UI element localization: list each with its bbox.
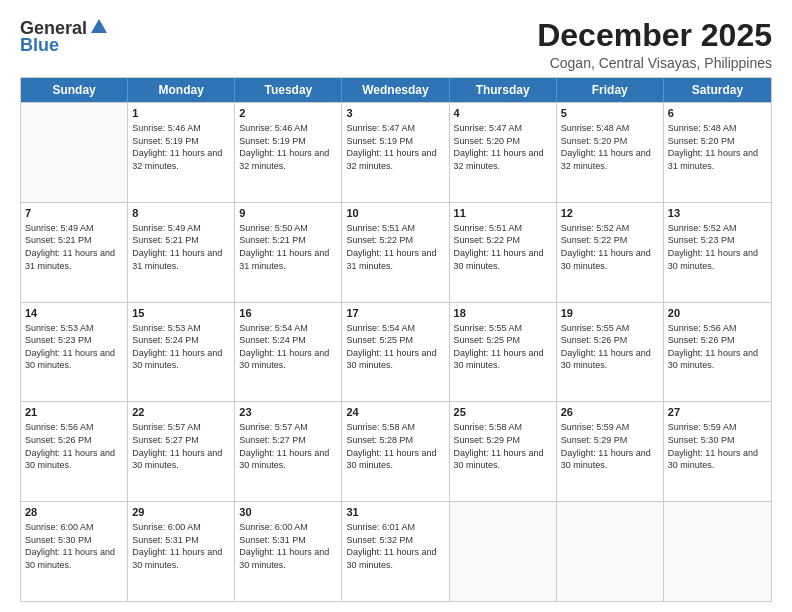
calendar-cell [21,103,128,202]
page: General Blue December 2025 Cogan, Centra… [0,0,792,612]
calendar-row: 1Sunrise: 5:46 AMSunset: 5:19 PMDaylight… [21,102,771,202]
day-number: 12 [561,206,659,221]
calendar-row: 7Sunrise: 5:49 AMSunset: 5:21 PMDaylight… [21,202,771,302]
calendar-cell: 10Sunrise: 5:51 AMSunset: 5:22 PMDayligh… [342,203,449,302]
day-number: 24 [346,405,444,420]
cell-info: Sunrise: 5:52 AMSunset: 5:22 PMDaylight:… [561,222,659,272]
calendar-cell: 4Sunrise: 5:47 AMSunset: 5:20 PMDaylight… [450,103,557,202]
calendar-cell: 2Sunrise: 5:46 AMSunset: 5:19 PMDaylight… [235,103,342,202]
weekday-header: Sunday [21,78,128,102]
cell-info: Sunrise: 5:46 AMSunset: 5:19 PMDaylight:… [239,122,337,172]
day-number: 19 [561,306,659,321]
calendar-cell: 19Sunrise: 5:55 AMSunset: 5:26 PMDayligh… [557,303,664,402]
day-number: 30 [239,505,337,520]
day-number: 4 [454,106,552,121]
calendar-cell: 1Sunrise: 5:46 AMSunset: 5:19 PMDaylight… [128,103,235,202]
svg-marker-0 [91,19,107,33]
calendar-cell: 3Sunrise: 5:47 AMSunset: 5:19 PMDaylight… [342,103,449,202]
day-number: 1 [132,106,230,121]
weekday-header: Wednesday [342,78,449,102]
day-number: 7 [25,206,123,221]
calendar-cell: 27Sunrise: 5:59 AMSunset: 5:30 PMDayligh… [664,402,771,501]
cell-info: Sunrise: 5:46 AMSunset: 5:19 PMDaylight:… [132,122,230,172]
cell-info: Sunrise: 5:50 AMSunset: 5:21 PMDaylight:… [239,222,337,272]
day-number: 22 [132,405,230,420]
calendar-cell: 28Sunrise: 6:00 AMSunset: 5:30 PMDayligh… [21,502,128,601]
calendar-row: 21Sunrise: 5:56 AMSunset: 5:26 PMDayligh… [21,401,771,501]
calendar-cell: 25Sunrise: 5:58 AMSunset: 5:29 PMDayligh… [450,402,557,501]
cell-info: Sunrise: 5:54 AMSunset: 5:24 PMDaylight:… [239,322,337,372]
calendar-cell: 11Sunrise: 5:51 AMSunset: 5:22 PMDayligh… [450,203,557,302]
cell-info: Sunrise: 5:56 AMSunset: 5:26 PMDaylight:… [25,421,123,471]
calendar-cell: 23Sunrise: 5:57 AMSunset: 5:27 PMDayligh… [235,402,342,501]
calendar-cell: 15Sunrise: 5:53 AMSunset: 5:24 PMDayligh… [128,303,235,402]
cell-info: Sunrise: 5:49 AMSunset: 5:21 PMDaylight:… [132,222,230,272]
day-number: 28 [25,505,123,520]
day-number: 25 [454,405,552,420]
location-title: Cogan, Central Visayas, Philippines [537,55,772,71]
cell-info: Sunrise: 5:47 AMSunset: 5:19 PMDaylight:… [346,122,444,172]
weekday-header: Tuesday [235,78,342,102]
calendar-cell: 9Sunrise: 5:50 AMSunset: 5:21 PMDaylight… [235,203,342,302]
cell-info: Sunrise: 5:58 AMSunset: 5:28 PMDaylight:… [346,421,444,471]
day-number: 13 [668,206,767,221]
day-number: 15 [132,306,230,321]
day-number: 10 [346,206,444,221]
logo-blue-text: Blue [20,35,59,56]
cell-info: Sunrise: 5:57 AMSunset: 5:27 PMDaylight:… [132,421,230,471]
cell-info: Sunrise: 6:00 AMSunset: 5:31 PMDaylight:… [239,521,337,571]
cell-info: Sunrise: 5:48 AMSunset: 5:20 PMDaylight:… [561,122,659,172]
day-number: 17 [346,306,444,321]
cell-info: Sunrise: 6:00 AMSunset: 5:31 PMDaylight:… [132,521,230,571]
cell-info: Sunrise: 5:53 AMSunset: 5:24 PMDaylight:… [132,322,230,372]
cell-info: Sunrise: 5:58 AMSunset: 5:29 PMDaylight:… [454,421,552,471]
cell-info: Sunrise: 5:59 AMSunset: 5:30 PMDaylight:… [668,421,767,471]
day-number: 16 [239,306,337,321]
calendar-cell: 31Sunrise: 6:01 AMSunset: 5:32 PMDayligh… [342,502,449,601]
weekday-header: Saturday [664,78,771,102]
calendar-cell: 14Sunrise: 5:53 AMSunset: 5:23 PMDayligh… [21,303,128,402]
calendar-row: 28Sunrise: 6:00 AMSunset: 5:30 PMDayligh… [21,501,771,601]
calendar-cell: 30Sunrise: 6:00 AMSunset: 5:31 PMDayligh… [235,502,342,601]
day-number: 5 [561,106,659,121]
cell-info: Sunrise: 5:57 AMSunset: 5:27 PMDaylight:… [239,421,337,471]
calendar-cell: 21Sunrise: 5:56 AMSunset: 5:26 PMDayligh… [21,402,128,501]
title-block: December 2025 Cogan, Central Visayas, Ph… [537,18,772,71]
calendar-cell: 26Sunrise: 5:59 AMSunset: 5:29 PMDayligh… [557,402,664,501]
header: General Blue December 2025 Cogan, Centra… [20,18,772,71]
cell-info: Sunrise: 5:54 AMSunset: 5:25 PMDaylight:… [346,322,444,372]
day-number: 18 [454,306,552,321]
day-number: 6 [668,106,767,121]
calendar-cell: 12Sunrise: 5:52 AMSunset: 5:22 PMDayligh… [557,203,664,302]
calendar-header: SundayMondayTuesdayWednesdayThursdayFrid… [21,78,771,102]
cell-info: Sunrise: 5:56 AMSunset: 5:26 PMDaylight:… [668,322,767,372]
day-number: 23 [239,405,337,420]
day-number: 29 [132,505,230,520]
calendar-row: 14Sunrise: 5:53 AMSunset: 5:23 PMDayligh… [21,302,771,402]
cell-info: Sunrise: 5:48 AMSunset: 5:20 PMDaylight:… [668,122,767,172]
cell-info: Sunrise: 5:51 AMSunset: 5:22 PMDaylight:… [454,222,552,272]
day-number: 14 [25,306,123,321]
day-number: 2 [239,106,337,121]
day-number: 27 [668,405,767,420]
calendar-cell: 22Sunrise: 5:57 AMSunset: 5:27 PMDayligh… [128,402,235,501]
calendar-cell: 20Sunrise: 5:56 AMSunset: 5:26 PMDayligh… [664,303,771,402]
calendar-cell: 6Sunrise: 5:48 AMSunset: 5:20 PMDaylight… [664,103,771,202]
cell-info: Sunrise: 5:47 AMSunset: 5:20 PMDaylight:… [454,122,552,172]
calendar-cell: 13Sunrise: 5:52 AMSunset: 5:23 PMDayligh… [664,203,771,302]
day-number: 31 [346,505,444,520]
month-title: December 2025 [537,18,772,53]
weekday-header: Monday [128,78,235,102]
calendar-cell: 17Sunrise: 5:54 AMSunset: 5:25 PMDayligh… [342,303,449,402]
cell-info: Sunrise: 5:52 AMSunset: 5:23 PMDaylight:… [668,222,767,272]
cell-info: Sunrise: 5:55 AMSunset: 5:25 PMDaylight:… [454,322,552,372]
calendar-cell: 29Sunrise: 6:00 AMSunset: 5:31 PMDayligh… [128,502,235,601]
cell-info: Sunrise: 5:55 AMSunset: 5:26 PMDaylight:… [561,322,659,372]
cell-info: Sunrise: 6:01 AMSunset: 5:32 PMDaylight:… [346,521,444,571]
day-number: 11 [454,206,552,221]
weekday-header: Thursday [450,78,557,102]
calendar-cell [450,502,557,601]
day-number: 8 [132,206,230,221]
calendar-cell [664,502,771,601]
day-number: 3 [346,106,444,121]
